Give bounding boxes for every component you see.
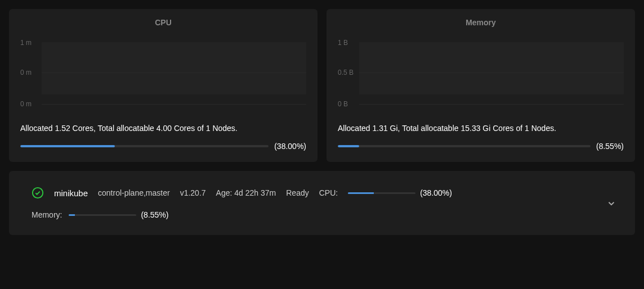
cpu-gridline	[42, 104, 306, 105]
check-circle-icon	[32, 187, 44, 199]
memory-gridline	[359, 73, 624, 73]
cpu-progress-percent: (38.00%)	[274, 142, 306, 151]
cpu-chart-area: 1 m 0 m 0 m	[20, 31, 306, 110]
chevron-down-icon[interactable]	[605, 197, 618, 210]
cpu-progress-fill	[20, 145, 115, 147]
node-card[interactable]: minikube control-plane,master v1.20.7 Ag…	[9, 171, 635, 235]
memory-ylabel-1: 0.5 B	[338, 69, 354, 76]
memory-chart-plot	[359, 44, 624, 94]
cpu-allocated-text: Allocated 1.52 Cores, Total allocatable …	[20, 124, 306, 133]
node-status: Ready	[286, 188, 308, 197]
node-cpu-percent: (38.00%)	[420, 188, 452, 197]
cpu-gridline	[42, 73, 306, 73]
node-memory-progress: (8.55%)	[69, 210, 168, 219]
node-memory-line: Memory: (8.55%)	[32, 210, 612, 219]
cpu-ylabel-0: 1 m	[20, 39, 32, 47]
memory-allocated-text: Allocated 1.31 Gi, Total allocatable 15.…	[338, 124, 624, 133]
cpu-ylabel-2: 0 m	[20, 100, 32, 108]
memory-progress-bar	[338, 145, 591, 147]
memory-progress-fill	[338, 145, 359, 147]
cpu-ylabel-1: 0 m	[20, 69, 32, 76]
node-cpu-label: CPU:	[319, 188, 338, 197]
node-age: Age: 4d 22h 37m	[216, 188, 276, 197]
cpu-chart-plot	[42, 44, 306, 94]
node-roles: control-plane,master	[98, 188, 170, 197]
cpu-resource-card: CPU 1 m 0 m 0 m Allocated 1.52 Cores, To…	[9, 9, 317, 162]
cpu-progress-row: (38.00%)	[20, 142, 306, 151]
node-memory-percent: (8.55%)	[141, 210, 168, 219]
node-name: minikube	[54, 188, 88, 198]
memory-card-title: Memory	[338, 18, 624, 27]
memory-chart-area: 1 B 0.5 B 0 B	[338, 31, 624, 110]
cpu-card-title: CPU	[20, 18, 306, 27]
cpu-gridline	[42, 43, 306, 43]
node-memory-bar	[69, 214, 136, 216]
cpu-progress-bar	[20, 145, 269, 147]
svg-point-0	[33, 188, 43, 198]
memory-ylabel-2: 0 B	[338, 100, 348, 108]
memory-resource-card: Memory 1 B 0.5 B 0 B Allocated 1.31 Gi, …	[327, 9, 635, 162]
memory-gridline	[359, 43, 624, 43]
memory-progress-row: (8.55%)	[338, 142, 624, 151]
memory-gridline	[359, 104, 624, 105]
node-version: v1.20.7	[180, 188, 206, 197]
memory-ylabel-0: 1 B	[338, 39, 348, 47]
memory-progress-percent: (8.55%)	[596, 142, 624, 151]
node-cpu-progress: (38.00%)	[348, 188, 452, 197]
node-cpu-fill	[348, 192, 374, 194]
node-row: minikube control-plane,master v1.20.7 Ag…	[32, 187, 612, 219]
node-cpu-bar	[348, 192, 415, 194]
node-memory-fill	[69, 214, 74, 216]
node-memory-label: Memory:	[32, 210, 62, 219]
